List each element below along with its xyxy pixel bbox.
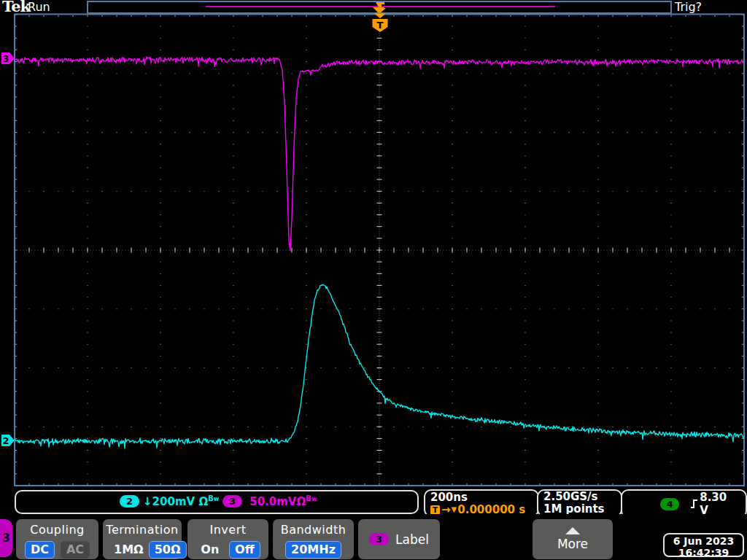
date: 6 Jun 2023 — [665, 535, 743, 547]
ch2-badge: 2 — [120, 495, 139, 508]
invert-button[interactable]: Invert On Off — [187, 519, 268, 559]
ch3-scale: 50.0mVΩBw — [246, 494, 317, 508]
ch3-readout: 3 50.0mVΩBw — [222, 494, 317, 508]
oscilloscope-screen: T32 Tek Run Trig? 2 ↓200mV ΩBw 3 50.0mVΩ… — [0, 0, 747, 560]
horizontal-readout-box: 200ns T→▼0.000000 s — [424, 489, 539, 517]
trigger-arrow-icon — [374, 14, 386, 19]
ch2-scale: ↓200mV ΩBw — [143, 494, 219, 508]
ch2-readout: 2 ↓200mV ΩBw — [120, 494, 219, 508]
ch2-position-marker-label: 2 — [2, 435, 9, 446]
trigger-flag-letter: T — [377, 20, 384, 31]
ch3-position-marker-label: 3 — [2, 53, 9, 64]
invert-on-option: On — [196, 542, 224, 558]
time: 16:42:39 — [665, 547, 743, 559]
datetime-box: 6 Jun 2023 16:42:39 — [663, 533, 744, 557]
center-axis-ticks — [15, 15, 744, 486]
sample-rate: 2.50GS/s — [543, 491, 621, 503]
acquisition-readout-box: 2.50GS/s 1M points — [537, 489, 622, 517]
ch3-badge: 3 — [222, 495, 242, 508]
channel-menu-tab: 3 — [0, 519, 12, 557]
ch3-trace — [15, 57, 744, 251]
trigger-source-badge: 4 — [660, 498, 679, 510]
bandwidth-button[interactable]: Bandwidth 20MHz — [273, 519, 354, 559]
channel-readout-box: 2 ↓200mV ΩBw 3 50.0mVΩBw — [15, 490, 419, 514]
tek-logo: Tek — [2, 0, 30, 15]
label-button[interactable]: 3 Label — [358, 519, 440, 559]
trigger-t-icon: T — [430, 505, 440, 515]
bottom-menu-bar: 3 Coupling DC AC Termination 1MΩ 50Ω Inv… — [0, 514, 747, 560]
bandwidth-value: 20MHz — [285, 541, 341, 559]
coupling-button[interactable]: Coupling DC AC — [16, 519, 98, 559]
up-arrow-icon — [565, 527, 580, 534]
termination-50-option: 50Ω — [149, 541, 187, 559]
trigger-level: 8.30 V — [700, 491, 738, 517]
more-button[interactable]: More — [533, 519, 613, 559]
trigger-status: Trig? — [675, 0, 702, 14]
timebase-scale: 200ns — [430, 491, 538, 504]
termination-1m-option: 1MΩ — [109, 542, 149, 558]
coupling-dc-option: DC — [25, 541, 55, 559]
coupling-ac-option: AC — [61, 541, 90, 559]
rising-edge-icon — [689, 498, 700, 510]
acquisition-status: Run — [28, 0, 50, 14]
invert-off-option: Off — [229, 541, 260, 559]
termination-button[interactable]: Termination 1MΩ 50Ω — [103, 519, 182, 559]
graticule-display: T32 — [0, 0, 747, 560]
label-channel-badge: 3 — [369, 533, 389, 545]
